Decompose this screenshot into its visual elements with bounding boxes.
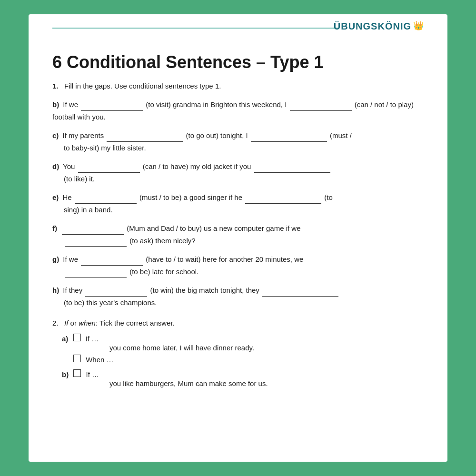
blank-b2[interactable] (290, 102, 352, 111)
logo-text: ÜBUNGSKÖNIG (334, 21, 411, 32)
worksheet-paper: ÜBUNGSKÖNIG 👑 6 Conditional Sentences – … (29, 14, 447, 462)
exercise-item-e: e) He (must / to be) a good singer if he… (52, 191, 424, 216)
blank-d1[interactable] (78, 164, 140, 173)
exercise-item-b: b) If we (to visit) grandma in Brighton … (52, 99, 424, 123)
section2-rest: : Tick the correct answer. (96, 319, 175, 327)
tick-item-b: b) If … you like hamburgers, Mum can mak… (52, 368, 424, 387)
section2-b-indent-text: you like hamburgers, Mum can make some f… (109, 379, 268, 387)
item-f-label: f) (52, 224, 57, 232)
section2-when: when (79, 319, 96, 327)
tick-item-a: a) If … you come home later, I will have… (52, 333, 424, 364)
section2-or: or (68, 319, 79, 327)
exercise-item-c: c) If my parents (to go out) tonight, I … (52, 129, 424, 154)
blank-g1[interactable] (81, 257, 143, 266)
section2-instruction: 2. If or when: Tick the correct answer. (52, 319, 424, 327)
blank-f1[interactable] (62, 226, 124, 235)
section2-b-if-text: If … (86, 370, 99, 378)
exercise-item-f: f) (Mum and Dad / to buy) us a new compu… (52, 222, 424, 247)
section2-a-if-text: If … (86, 335, 99, 343)
blank-c1[interactable] (107, 133, 183, 142)
blank-h1[interactable] (85, 288, 147, 297)
item-h-label: h) (52, 286, 59, 294)
blank-e2[interactable] (245, 195, 321, 204)
item-b-label: b) (52, 100, 59, 109)
exercise-item-h: h) If they (to win) the big match tonigh… (52, 284, 424, 308)
section2-label: 2. (52, 319, 59, 327)
section2-a-label: a) (62, 335, 68, 343)
section1-text: Fill in the gaps. Use conditional senten… (64, 82, 221, 90)
blank-e1[interactable] (75, 195, 137, 204)
checkbox-b-if[interactable] (73, 369, 81, 377)
checkbox-a-if[interactable] (73, 334, 81, 341)
item-e-label: e) (52, 193, 59, 201)
logo-crown-icon: 👑 (413, 20, 424, 31)
top-decorative-line (52, 28, 338, 29)
item-g-label: g) (52, 255, 59, 263)
checkbox-a-when[interactable] (73, 355, 81, 362)
logo-area: ÜBUNGSKÖNIG 👑 (334, 21, 424, 32)
item-d-label: d) (52, 162, 59, 170)
exercise-item-d: d) You (can / to have) my old jacket if … (52, 160, 424, 185)
blank-c2[interactable] (251, 133, 327, 142)
item-c-label: c) (52, 131, 59, 139)
blank-f2[interactable] (65, 238, 127, 247)
exercise-item-g: g) If we (have to / to wait) here for an… (52, 253, 424, 278)
blank-g2[interactable] (65, 269, 127, 278)
page-title: 6 Conditional Sentences – Type 1 (52, 52, 424, 72)
blank-b1[interactable] (81, 102, 143, 111)
blank-h2[interactable] (262, 288, 338, 297)
section2-a-indent-text: you come home later, I will have dinner … (109, 344, 254, 352)
blank-d2[interactable] (254, 164, 330, 173)
section2-b-label: b) (62, 370, 69, 378)
section1-instruction: 1. Fill in the gaps. Use conditional sen… (52, 82, 424, 90)
section2-a-when-text: When … (86, 356, 113, 364)
section1-label: 1. (52, 82, 59, 90)
